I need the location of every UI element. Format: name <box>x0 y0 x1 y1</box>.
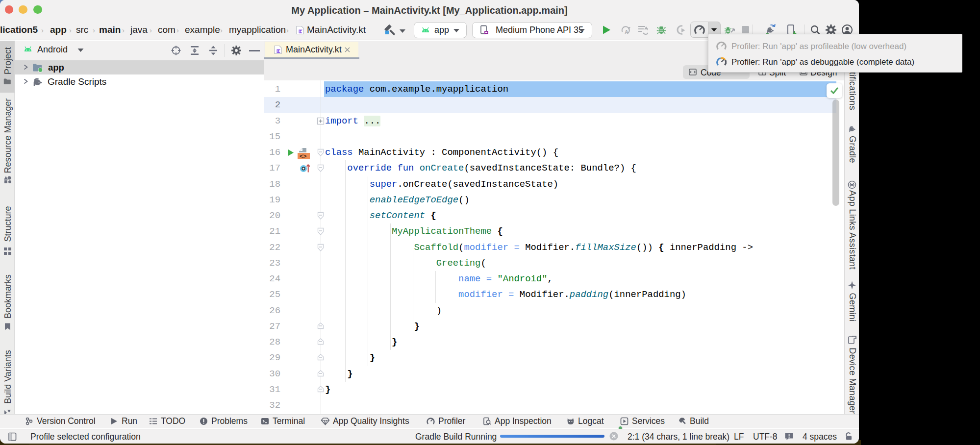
svg-text:<>: <> <box>300 153 306 160</box>
svg-text:A: A <box>625 29 628 35</box>
